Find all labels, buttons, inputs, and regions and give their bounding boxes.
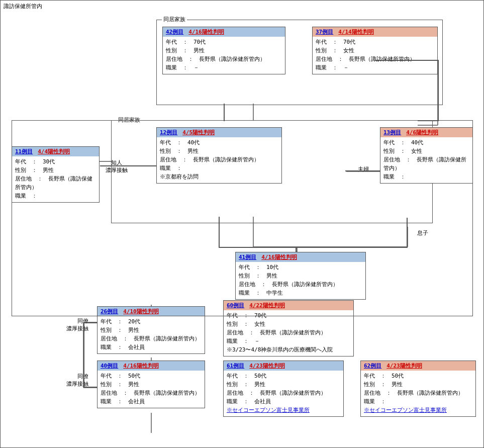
card-60-row-1: 性別 ： 女性 (227, 320, 350, 328)
line-37-right-v (438, 60, 439, 121)
card-42-row-3: 職業 ： － (166, 63, 282, 72)
card-37-row-3: 職業 ： － (316, 63, 434, 72)
card-37-num[interactable]: 37例目 (316, 28, 333, 36)
card-60-row-2: 居住地 ： 長野県（諏訪保健所管内） (227, 328, 350, 337)
card-60-row-0: 年代 ： 70代 (227, 311, 350, 320)
card-61-date[interactable]: 4/23陽性判明 (249, 362, 285, 370)
card-40-row-3: 職業 ： 会社員 (101, 397, 202, 406)
card-61-row-1: 性別 ： 男性 (227, 380, 340, 389)
card-61-body: 年代 ： 50代 性別 ： 男性 居住地 ： 長野県（諏訪保健所管内） 職業 ：… (224, 371, 343, 416)
group-label-top: 同居家族 (162, 16, 187, 23)
line-doiryo-h2 (83, 387, 97, 388)
card-37-row-1: 性別 ： 女性 (316, 46, 434, 55)
card-61-row-3: 職業 ： 会社員 (227, 397, 340, 406)
card-26-body: 年代 ： 20代 性別 ： 男性 居住地 ： 長野県（諏訪保健所管内） 職業 ：… (98, 316, 205, 353)
card-37-date[interactable]: 4/14陽性判明 (338, 28, 374, 36)
card-62: 62例目 4/23陽性判明 年代 ： 50代 性別 ： 男性 居住地 ： 長野県… (360, 361, 476, 417)
page-container: 諏訪保健所管内 同居家族 (0, 0, 484, 448)
line-fuufu (345, 170, 380, 171)
card-62-row-3: 職業 ： (364, 397, 472, 406)
card-40-row-0: 年代 ： 50代 (101, 372, 202, 380)
card-62-row-0: 年代 ： 50代 (364, 372, 472, 380)
card-26-row-3: 職業 ： 会社員 (101, 343, 202, 351)
line-join (224, 120, 225, 121)
line-chiin (100, 165, 157, 166)
line-doiryo-v (83, 322, 84, 387)
card-61-num[interactable]: 61例目 (227, 362, 244, 370)
card-61-link[interactable]: ※セイコーエプソン富士見事業所 (227, 406, 340, 414)
card-61: 61例目 4/23陽性判明 年代 ： 50代 性別 ： 男性 居住地 ： 長野県… (223, 361, 344, 417)
card-26-date[interactable]: 4/10陽性判明 (123, 308, 159, 315)
card-26-header: 26例目 4/10陽性判明 (98, 307, 205, 316)
card-60-row-3: 職業 ： － (227, 337, 350, 345)
line-41-up (296, 247, 297, 252)
card-42-row-2: 居住地 ： 長野県（諏訪保健所管内） (166, 55, 282, 63)
card-62-header: 62例目 4/23陽性判明 (361, 361, 475, 371)
card-40: 40例目 4/16陽性判明 年代 ： 50代 性別 ： 男性 居住地 ： 長野県… (97, 361, 205, 408)
card-42-row-1: 性別 ： 男性 (166, 46, 282, 55)
page-title: 諏訪保健所管内 (4, 3, 42, 10)
card-61-row-2: 居住地 ： 長野県（諏訪保健所管内） (227, 389, 340, 397)
card-62-row-2: 居住地 ： 長野県（諏訪保健所管内） (364, 389, 472, 397)
card-62-body: 年代 ： 50代 性別 ： 男性 居住地 ： 長野県（諏訪保健所管内） 職業 ：… (361, 371, 475, 416)
card-60-num[interactable]: 60例目 (227, 302, 244, 309)
card-40-row-2: 居住地 ： 長野県（諏訪保健所管内） (101, 389, 202, 397)
card-40-row-1: 性別 ： 男性 (101, 380, 202, 389)
line-37-bottom-h (418, 120, 438, 121)
card-26-row-0: 年代 ： 20代 (101, 317, 202, 326)
line-37-right-h (375, 60, 438, 61)
card-62-link[interactable]: ※セイコーエプソン富士見事業所 (364, 406, 472, 414)
card-42-body: 年代 ： 70代 性別 ： 男性 居住地 ： 長野県（諏訪保健所管内） 職業 ：… (163, 37, 285, 74)
card-62-row-1: 性別 ： 男性 (364, 380, 472, 389)
group-box-large (12, 120, 473, 311)
card-60-date[interactable]: 4/22陽性判明 (249, 302, 285, 309)
card-26-num[interactable]: 26例目 (101, 308, 118, 315)
card-61-row-0: 年代 ： 50代 (227, 372, 340, 380)
card-37-body: 年代 ： 70代 性別 ： 女性 居住地 ： 長野県（諏訪保健所管内） 職業 ：… (313, 37, 437, 74)
line-doiryo-h1 (83, 322, 97, 323)
card-37: 37例目 4/14陽性判明 年代 ： 70代 性別 ： 女性 居住地 ： 長野県… (312, 27, 438, 74)
card-40-body: 年代 ： 50代 性別 ： 男性 居住地 ： 長野県（諏訪保健所管内） 職業 ：… (98, 371, 205, 408)
line-12-down (219, 217, 220, 248)
card-26-row-1: 性別 ： 男性 (101, 326, 202, 334)
card-37-row-2: 居住地 ： 長野県（諏訪保健所管内） (316, 55, 434, 63)
card-61-header: 61例目 4/23陽性判明 (224, 361, 343, 371)
card-42-row-0: 年代 ： 70代 (166, 38, 282, 46)
card-42: 42例目 4/16陽性判明 年代 ： 70代 性別 ： 男性 居住地 ： 長野県… (162, 27, 285, 74)
card-26: 26例目 4/10陽性判明 年代 ： 20代 性別 ： 男性 居住地 ： 長野県… (97, 306, 205, 354)
card-40-num[interactable]: 40例目 (101, 362, 118, 370)
line-v-top-mid (224, 104, 225, 120)
card-60-body: 年代 ： 70代 性別 ： 女性 居住地 ： 長野県（諏訪保健所管内） 職業 ：… (224, 310, 353, 356)
card-62-num[interactable]: 62例目 (364, 362, 381, 370)
card-37-header: 37例目 4/14陽性判明 (313, 27, 437, 37)
card-42-header: 42例目 4/16陽性判明 (163, 27, 285, 37)
card-60-header: 60例目 4/22陽性判明 (224, 301, 353, 310)
card-42-date[interactable]: 4/16陽性判明 (188, 28, 224, 36)
card-37-row-0: 年代 ： 70代 (316, 38, 434, 46)
line-13-down (407, 218, 408, 248)
card-60-note: ※3/23〜4/8神奈川県内の医療機関へ入院 (227, 345, 350, 354)
card-42-num[interactable]: 42例目 (166, 28, 183, 36)
card-26-row-2: 居住地 ： 長野県（諏訪保健所管内） (101, 334, 202, 343)
card-40-date[interactable]: 4/16陽性判明 (123, 362, 159, 370)
card-62-date[interactable]: 4/23陽性判明 (386, 362, 422, 370)
card-40-header: 40例目 4/16陽性判明 (98, 361, 205, 371)
line-12-41-h (219, 247, 296, 248)
card-60: 60例目 4/22陽性判明 年代 ： 70代 性別 ： 女性 居住地 ： 長野県… (223, 300, 354, 356)
line-13-41-h (296, 247, 407, 248)
